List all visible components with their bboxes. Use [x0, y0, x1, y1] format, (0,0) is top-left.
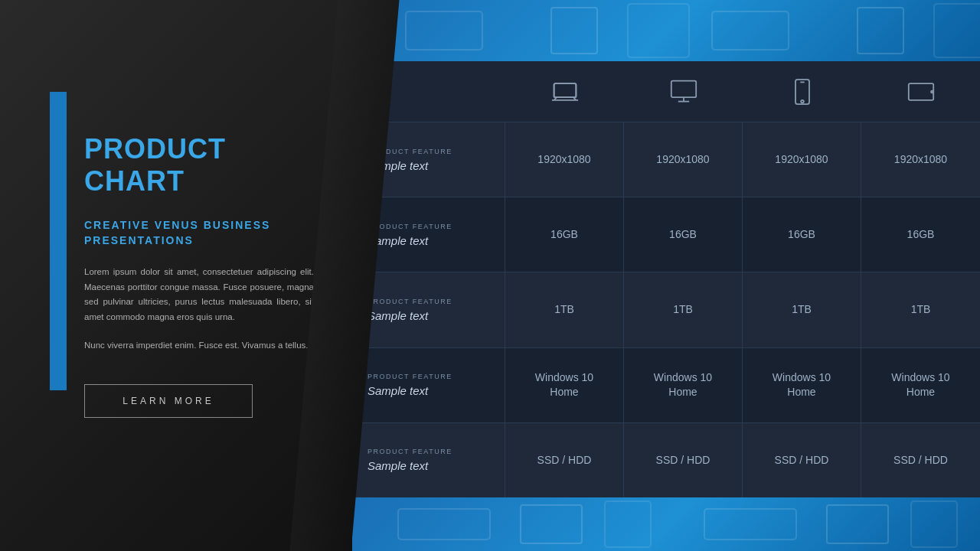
table-row: PRODUCT FEATURESample text1TB1TB1TB1TB — [352, 272, 980, 347]
feature-label: PRODUCT FEATURE — [368, 298, 489, 305]
phone-col-header — [743, 61, 861, 122]
feature-cell-4: PRODUCT FEATURESample text — [352, 423, 505, 497]
feature-name: Sample text — [368, 459, 489, 472]
left-panel: PRODUCT CHART CREATIVE VENUS BUSINESS PR… — [0, 0, 352, 551]
table-row: PRODUCT FEATURESample textWindows 10 Hom… — [352, 348, 980, 423]
monitor-col-header — [624, 61, 743, 122]
value-cell-3-2: Windows 10 Home — [743, 348, 861, 422]
subtitle: CREATIVE VENUS BUSINESS PRESENTATIONS — [84, 218, 314, 248]
value-cell-1-1: 16GB — [624, 197, 743, 272]
data-rows: PRODUCT FEATURESample text1920x10801920x… — [352, 122, 980, 497]
feature-label: PRODUCT FEATURE — [368, 448, 489, 455]
table-row: PRODUCT FEATURESample text1920x10801920x… — [352, 122, 980, 197]
product-table: PRODUCT FEATURESample text1920x10801920x… — [352, 61, 980, 497]
right-panel: PRODUCT FEATURESample text1920x10801920x… — [352, 0, 980, 551]
value-cell-2-3: 1TB — [861, 272, 980, 347]
feature-label: PRODUCT FEATURE — [368, 223, 489, 230]
value-cell-0-1: 1920x1080 — [624, 122, 743, 197]
value-cell-1-2: 16GB — [743, 197, 861, 272]
svg-point-6 — [801, 99, 804, 103]
value-cell-2-2: 1TB — [743, 272, 861, 347]
monitor-icon — [670, 78, 697, 106]
table-row: PRODUCT FEATURESample textSSD / HDDSSD /… — [352, 423, 980, 497]
table-row: PRODUCT FEATURESample text16GB16GB16GB16… — [352, 197, 980, 272]
top-decoration — [352, 0, 980, 61]
value-cell-4-0: SSD / HDD — [505, 423, 624, 497]
description-text: Lorem ipsum dolor sit amet, consectetuer… — [84, 265, 314, 324]
value-cell-0-3: 1920x1080 — [861, 122, 980, 197]
feature-cell-2: PRODUCT FEATURESample text — [352, 272, 505, 347]
value-cell-1-0: 16GB — [505, 197, 624, 272]
page: PRODUCT CHART CREATIVE VENUS BUSINESS PR… — [0, 0, 980, 551]
blue-accent-bar — [50, 92, 67, 390]
feature-name: Sample text — [368, 384, 489, 397]
feature-cell-3: PRODUCT FEATURESample text — [352, 348, 505, 422]
value-cell-3-3: Windows 10 Home — [861, 348, 980, 422]
tablet-icon — [907, 78, 935, 106]
feature-name: Sample text — [368, 159, 489, 172]
svg-rect-1 — [554, 83, 576, 97]
page-title: PRODUCT CHART — [84, 133, 314, 197]
value-cell-0-2: 1920x1080 — [743, 122, 861, 197]
svg-rect-0 — [554, 83, 576, 97]
learn-more-button[interactable]: LEARN MORE — [84, 384, 253, 418]
value-cell-2-0: 1TB — [505, 272, 624, 347]
value-cell-1-3: 16GB — [861, 197, 980, 272]
value-cell-2-1: 1TB — [624, 272, 743, 347]
laptop-col-header — [505, 61, 624, 122]
svg-rect-8 — [908, 83, 933, 100]
bottom-decoration — [352, 497, 980, 551]
value-cell-4-3: SSD / HDD — [861, 423, 980, 497]
svg-point-9 — [931, 90, 933, 93]
value-cell-3-1: Windows 10 Home — [624, 348, 743, 422]
feature-label: PRODUCT FEATURE — [368, 373, 489, 380]
phone-icon — [789, 78, 816, 106]
laptop-icon — [551, 78, 579, 106]
value-cell-4-1: SSD / HDD — [624, 423, 743, 497]
tablet-col-header — [861, 61, 980, 122]
feature-name: Sample text — [368, 309, 489, 322]
value-cell-3-0: Windows 10 Home — [505, 348, 624, 422]
value-cell-4-2: SSD / HDD — [743, 423, 861, 497]
value-cell-0-0: 1920x1080 — [505, 122, 624, 197]
feature-name: Sample text — [368, 234, 489, 247]
svg-rect-2 — [671, 80, 695, 97]
description-text-2: Nunc viverra imperdiet enim. Fusce est. … — [84, 338, 314, 354]
icon-header-row — [352, 61, 980, 122]
